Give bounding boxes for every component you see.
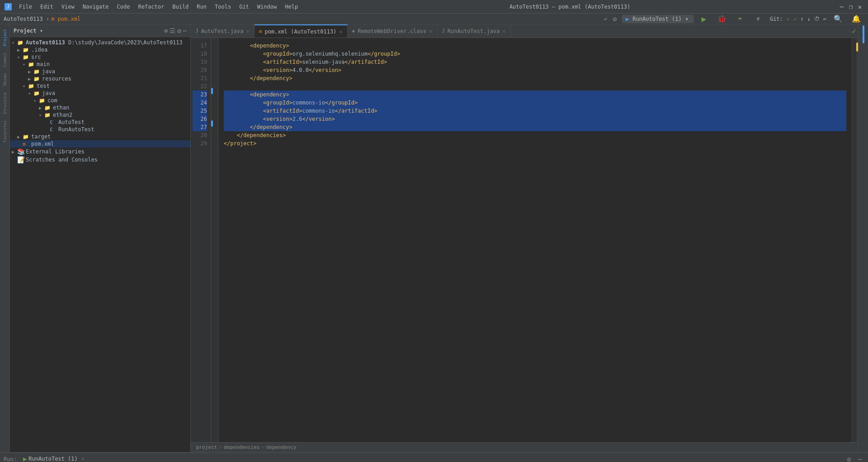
code-line-18: <groupId>org.seleniumhq.selenium</groupI…: [224, 50, 846, 58]
menu-code[interactable]: Code: [113, 3, 134, 11]
git-pull[interactable]: ↓: [807, 16, 811, 22]
change-indicator: [863, 25, 864, 43]
coverage-button[interactable]: ☂: [734, 13, 746, 25]
menu-run[interactable]: Run: [193, 3, 210, 11]
tree-target[interactable]: ▶ 📁 target: [10, 133, 190, 140]
tab-close-icon[interactable]: ✕: [502, 28, 505, 34]
class-file-icon: ◈: [352, 28, 355, 34]
tab-runautotest-java[interactable]: J RunAutoTest.java ✕: [437, 24, 510, 38]
minimize-button[interactable]: ─: [838, 3, 845, 10]
project-panel-header: Project ▾ ⊕ ☰ ⚙ ─: [10, 24, 190, 37]
code-editor[interactable]: <dependency> <groupId>org.seleniumhq.sel…: [218, 38, 852, 442]
panel-locate-icon[interactable]: ⊕: [164, 27, 168, 34]
editor-area: J AutoTest.java ✕ m pom.xml (AutoTest011…: [191, 24, 858, 452]
close-button[interactable]: ✕: [856, 3, 863, 10]
menu-navigate[interactable]: Navigate: [79, 3, 113, 11]
title-bar: J File Edit View Navigate Code Refactor …: [0, 0, 868, 14]
vcs-icon[interactable]: ↶: [604, 15, 607, 23]
tree-autotest[interactable]: ▶ C AutoTest: [10, 119, 190, 126]
tab-autotest-java[interactable]: J AutoTest.java ✕: [191, 24, 255, 38]
tree-external-libraries[interactable]: ▶ 📚 External Libraries: [10, 148, 190, 156]
code-content[interactable]: <dependency> <groupId>org.seleniumhq.sel…: [218, 38, 852, 151]
panel-collapse-icon[interactable]: ☰: [170, 27, 175, 34]
tree-test-java[interactable]: ▾ 📁 java: [10, 90, 190, 97]
line-numbers: 17 18 19 20 21 22 23 24 25 26 27 28 29: [191, 38, 211, 442]
tree-src[interactable]: ▾ 📁 src: [10, 53, 190, 61]
menu-refactor[interactable]: Refactor: [134, 3, 168, 11]
tab-close-icon[interactable]: ✕: [339, 29, 342, 35]
tab-close-icon[interactable]: ✕: [246, 28, 250, 34]
git-push[interactable]: ↑: [800, 16, 803, 22]
menu-help[interactable]: Help: [281, 3, 302, 11]
run-tab-close[interactable]: ✕: [81, 456, 85, 462]
menu-edit[interactable]: Edit: [37, 3, 57, 11]
code-line-24: <groupId>commons-io</groupId>: [224, 99, 846, 107]
project-path: AutoTest0113 ›: [4, 16, 49, 22]
run-config-selector[interactable]: ▶ RunAutoTest (1) ▾: [622, 15, 694, 23]
sidebar-maven-button[interactable]: Maven: [2, 71, 8, 88]
menu-view[interactable]: View: [58, 3, 78, 11]
xml-file-icon: m: [259, 29, 262, 34]
breadcrumb-dependencies[interactable]: dependencies: [224, 444, 259, 450]
console-minimize-icon[interactable]: ─: [855, 455, 864, 462]
breadcrumb-dependency[interactable]: dependency: [266, 444, 296, 450]
sidebar-project-button[interactable]: Project: [2, 26, 8, 49]
code-line-20: <version>4.0.0</version>: [224, 66, 846, 74]
panel-controls: ⊕ ☰ ⚙ ─: [164, 27, 187, 34]
editor-check-icon: ✓: [852, 27, 856, 35]
git-update[interactable]: ✓: [793, 16, 797, 22]
tree-idea[interactable]: ▶ 📁 .idea: [10, 46, 190, 53]
run-button[interactable]: ▶: [698, 13, 710, 25]
tab-label: AutoTest.java: [201, 28, 244, 34]
tree-main[interactable]: ▾ 📁 main: [10, 61, 190, 68]
code-line-22: [224, 82, 846, 90]
tab-close-icon[interactable]: ✕: [429, 28, 432, 34]
debug-button[interactable]: 🐞: [716, 13, 728, 25]
git-checkmark[interactable]: ✓: [787, 16, 790, 22]
tab-label: RemoteWebDriver.class: [358, 28, 426, 34]
tab-pom-xml[interactable]: m pom.xml (AutoTest0113) ✕: [255, 24, 348, 38]
project-panel: Project ▾ ⊕ ☰ ⚙ ─ ▾ 📁 AutoTest0113 D:\st…: [10, 24, 191, 452]
code-line-25: <artifactId>commons-io</artifactId>: [224, 107, 846, 115]
sidebar-commit-button[interactable]: Commit: [2, 50, 8, 70]
search-everywhere-icon[interactable]: ⚙: [613, 15, 617, 23]
tree-ethan2[interactable]: ▾ 📁 ethan2: [10, 111, 190, 119]
menu-file[interactable]: File: [15, 3, 36, 11]
menu-tools[interactable]: Tools: [211, 3, 235, 11]
menu-build[interactable]: Build: [169, 3, 192, 11]
breadcrumb-sep1: ›: [219, 444, 222, 450]
notifications-label[interactable]: [863, 44, 864, 50]
sidebar-structure-button[interactable]: Structure: [2, 90, 8, 117]
search-icon[interactable]: 🔍: [832, 13, 844, 25]
menu-window[interactable]: Window: [254, 3, 280, 11]
git-rollback[interactable]: ↩: [823, 16, 826, 22]
console-tab-run[interactable]: ▶ RunAutoTest (1) ✕: [19, 454, 88, 462]
tree-com[interactable]: ▾ 📁 com: [10, 97, 190, 104]
tab-remotewebdriver[interactable]: ◈ RemoteWebDriver.class ✕: [348, 24, 438, 38]
maximize-button[interactable]: ❐: [847, 3, 854, 10]
tree-runautotest[interactable]: ▶ C RunAutoTest: [10, 126, 190, 133]
tree-root[interactable]: ▾ 📁 AutoTest0113 D:\study\JavaCode\2023\…: [10, 39, 190, 46]
console-settings-icon[interactable]: ⚙: [844, 455, 854, 462]
breadcrumb-sep2: ›: [261, 444, 264, 450]
tree-pom-xml[interactable]: ▶ m pom.xml: [10, 140, 190, 148]
menu-git[interactable]: Git: [236, 3, 253, 11]
project-breadcrumb-bar: AutoTest0113 › m pom.xml ↶ ⚙ ▶ RunAutoTe…: [0, 14, 868, 24]
sidebar-favorites-button[interactable]: Favorites: [2, 118, 8, 145]
tab-label: pom.xml (AutoTest0113): [264, 29, 336, 35]
tree-ethan[interactable]: ▶ 📁 ethan: [10, 104, 190, 111]
panel-settings-icon[interactable]: ⚙: [177, 27, 181, 34]
java-file-icon2: J: [442, 28, 445, 34]
tree-main-java[interactable]: ▶ 📁 java: [10, 68, 190, 75]
notification-icon[interactable]: 🔔: [850, 13, 863, 25]
panel-close-icon[interactable]: ─: [183, 27, 187, 34]
tree-resources[interactable]: ▶ 📁 resources: [10, 75, 190, 82]
tab-label: RunAutoTest.java: [448, 28, 500, 34]
git-history[interactable]: ⏱: [814, 16, 820, 22]
right-sidebar: [858, 24, 868, 452]
tree-scratches-consoles[interactable]: ▶ 📝 Scratches and Consoles: [10, 156, 190, 164]
tree-test[interactable]: ▾ 📁 test: [10, 82, 190, 90]
breadcrumb-project[interactable]: project: [196, 444, 217, 450]
code-line-27: </dependency>: [224, 123, 846, 131]
profile-button[interactable]: ⚡: [752, 13, 764, 25]
